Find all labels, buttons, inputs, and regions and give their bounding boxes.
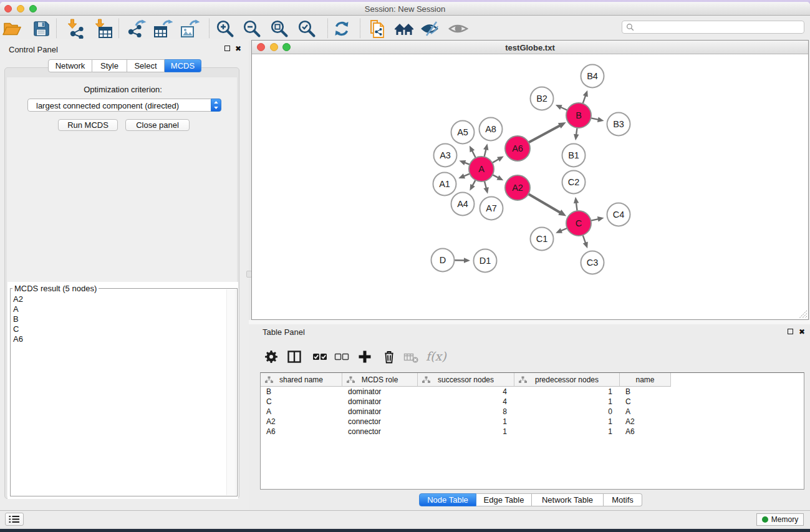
- zoom-in-icon[interactable]: [215, 19, 235, 39]
- task-history-button[interactable]: [5, 513, 24, 526]
- refresh-icon[interactable]: [332, 19, 352, 39]
- graph-edge[interactable]: [472, 150, 476, 157]
- zoom-out-icon[interactable]: [242, 19, 262, 39]
- show-eye-icon[interactable]: [448, 19, 468, 39]
- delete-table-icon[interactable]: [403, 349, 418, 364]
- table-row[interactable]: A6connector11A6: [261, 427, 804, 437]
- graph-edge[interactable]: [576, 203, 577, 211]
- column-header[interactable]: name: [620, 373, 671, 387]
- tab-node-table[interactable]: Node Table: [419, 493, 476, 506]
- network-close-button[interactable]: [257, 43, 265, 51]
- result-item[interactable]: A2: [13, 294, 219, 304]
- duplicate-network-icon[interactable]: [367, 19, 387, 39]
- memory-label: Memory: [771, 515, 798, 524]
- table-cell: A6: [261, 427, 342, 437]
- search-box[interactable]: [622, 21, 804, 34]
- graph-edge[interactable]: [493, 175, 498, 178]
- result-item[interactable]: A6: [13, 334, 219, 344]
- table-cell: B: [620, 387, 671, 397]
- open-session-icon[interactable]: [2, 19, 22, 39]
- network-zoom-button[interactable]: [282, 43, 291, 51]
- node-table[interactable]: shared nameMCDS rolesuccessor nodesprede…: [260, 372, 804, 490]
- control-panel: Control Panel ✖ Network Style Select MCD…: [0, 39, 249, 510]
- graph-edge[interactable]: [529, 125, 560, 142]
- graph-edge-arrowhead: [484, 187, 489, 194]
- hide-panels-icon[interactable]: [421, 19, 441, 39]
- add-column-icon[interactable]: [357, 349, 372, 364]
- graph-edge[interactable]: [473, 180, 476, 186]
- graph-node-label: C1: [536, 234, 548, 244]
- import-table-icon[interactable]: [93, 19, 113, 39]
- tab-edge-table[interactable]: Edge Table: [476, 493, 532, 506]
- graph-edge[interactable]: [583, 95, 586, 103]
- criterion-value: largest connected component (directed): [36, 101, 179, 110]
- minimize-window-button[interactable]: [17, 5, 24, 12]
- tab-network-table[interactable]: Network Table: [532, 493, 604, 506]
- graph-edge[interactable]: [464, 174, 470, 177]
- graph-node-label: B4: [587, 71, 598, 81]
- table-row[interactable]: Bdominator41B: [261, 387, 804, 397]
- result-item[interactable]: A: [13, 304, 219, 314]
- column-header[interactable]: successor nodes: [418, 373, 514, 387]
- tab-network[interactable]: Network: [48, 59, 92, 72]
- graph-edge[interactable]: [576, 128, 577, 135]
- float-table-panel-icon[interactable]: [788, 329, 793, 334]
- tab-motifs[interactable]: Motifs: [604, 493, 642, 506]
- export-image-icon[interactable]: [180, 19, 200, 39]
- deselect-all-icon[interactable]: [334, 349, 349, 364]
- horizontal-divider[interactable]: [249, 320, 810, 324]
- export-table-icon[interactable]: [153, 19, 173, 39]
- tab-style[interactable]: Style: [92, 59, 127, 72]
- graph-edge[interactable]: [561, 228, 567, 231]
- select-all-icon[interactable]: [312, 349, 327, 364]
- criterion-dropdown[interactable]: largest connected component (directed): [27, 99, 221, 112]
- network-graph-canvas[interactable]: B4B2BB3A5A8A6B1A3AA1C2A2A4A7C4CC1C3DD1: [253, 55, 809, 320]
- graph-edge[interactable]: [465, 163, 470, 165]
- close-panel-button[interactable]: Close panel: [125, 119, 190, 131]
- function-builder-icon[interactable]: f(x): [426, 349, 446, 363]
- close-window-button[interactable]: [4, 5, 12, 12]
- graph-node-label: A3: [440, 150, 451, 160]
- mcds-result-list[interactable]: A2ABCA6: [13, 294, 219, 344]
- home-icon[interactable]: [394, 19, 414, 39]
- table-settings-icon[interactable]: [264, 349, 279, 364]
- close-table-panel-icon[interactable]: ✖: [799, 328, 805, 336]
- zoom-selected-icon[interactable]: [297, 19, 317, 39]
- column-header[interactable]: shared name: [261, 373, 342, 387]
- delete-column-icon[interactable]: [382, 349, 397, 364]
- tab-mcds[interactable]: MCDS: [165, 59, 201, 72]
- icon-graphic: [347, 376, 355, 384]
- zoom-fit-icon[interactable]: [269, 19, 289, 39]
- graph-node-label: B2: [536, 94, 547, 104]
- graph-edge[interactable]: [493, 159, 499, 163]
- import-network-icon[interactable]: [65, 19, 85, 39]
- column-header[interactable]: MCDS role: [342, 373, 418, 387]
- split-columns-icon[interactable]: [287, 349, 302, 364]
- graph-edge[interactable]: [591, 219, 599, 221]
- graph-edge[interactable]: [485, 181, 486, 188]
- window-resize-grip[interactable]: [799, 310, 808, 319]
- close-panel-icon[interactable]: ✖: [235, 45, 241, 52]
- graph-edge[interactable]: [485, 149, 486, 157]
- zoom-window-button[interactable]: [29, 5, 37, 12]
- float-panel-icon[interactable]: [224, 46, 230, 51]
- network-minimize-button[interactable]: [270, 43, 278, 51]
- graph-edge[interactable]: [529, 194, 561, 213]
- result-item[interactable]: B: [13, 314, 219, 324]
- result-scrollbar[interactable]: [226, 289, 236, 495]
- run-mcds-button[interactable]: Run MCDS: [58, 119, 118, 131]
- table-row[interactable]: Cdominator41C: [261, 397, 804, 407]
- search-input[interactable]: [637, 22, 799, 32]
- tab-select[interactable]: Select: [127, 59, 165, 72]
- memory-button[interactable]: Memory: [756, 513, 804, 526]
- export-network-icon[interactable]: [127, 19, 147, 39]
- column-header[interactable]: predecessor nodes: [514, 373, 620, 387]
- result-item[interactable]: C: [13, 324, 219, 334]
- table-row[interactable]: A2connector11A2: [261, 417, 804, 427]
- graph-edge[interactable]: [561, 107, 567, 110]
- icon-graphic: [211, 99, 221, 111]
- table-row[interactable]: Adominator80A: [261, 407, 804, 417]
- graph-edge[interactable]: [583, 235, 586, 243]
- graph-edge[interactable]: [591, 118, 599, 120]
- save-session-icon[interactable]: [31, 19, 51, 39]
